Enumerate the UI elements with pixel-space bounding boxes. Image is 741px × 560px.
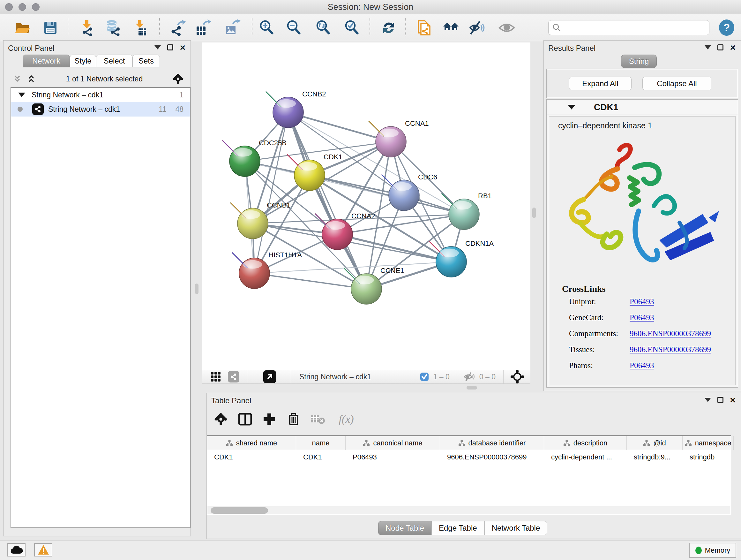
column-header--id[interactable]: @id bbox=[627, 436, 683, 450]
refresh-view-icon[interactable] bbox=[380, 19, 398, 37]
hide-glass-eye-icon[interactable] bbox=[468, 19, 486, 37]
table-cell[interactable]: 9606.ENSP00000378699 bbox=[440, 450, 544, 464]
selected-checkbox-icon[interactable] bbox=[420, 372, 429, 381]
network-canvas[interactable]: CCNB2CCNA1CDC25BCDK1CDC6RB1CCNB1CCNA2CDK… bbox=[202, 43, 530, 370]
network-collection-row[interactable]: String Network – cdk1 1 bbox=[11, 88, 190, 102]
tab-edge-table[interactable]: Edge Table bbox=[431, 521, 484, 535]
column-header-shared-name[interactable]: shared name bbox=[207, 436, 296, 450]
export-table-icon[interactable] bbox=[194, 19, 212, 37]
node-CCNB1[interactable]: CCNB1 bbox=[231, 201, 291, 239]
birds-eye-crosshair-icon[interactable] bbox=[511, 370, 524, 383]
create-column-plus-icon[interactable] bbox=[261, 410, 278, 428]
show-eye-icon[interactable] bbox=[498, 19, 516, 37]
minimize-window-icon[interactable] bbox=[18, 3, 26, 11]
left-splitter-handle[interactable] bbox=[195, 284, 199, 294]
save-session-icon[interactable] bbox=[42, 19, 59, 37]
network-options-gear-icon[interactable] bbox=[173, 73, 184, 84]
collection-expand-icon[interactable] bbox=[18, 92, 25, 97]
table-panel-close-icon[interactable]: × bbox=[730, 397, 736, 403]
table-panel-menu-icon[interactable] bbox=[704, 398, 711, 402]
table-cell[interactable]: P06493 bbox=[346, 450, 440, 464]
expand-all-button[interactable]: Expand All bbox=[569, 77, 631, 90]
table-cell[interactable]: CDK1 bbox=[296, 450, 346, 464]
control-panel-close-icon[interactable]: × bbox=[180, 44, 185, 51]
gene-collapse-icon[interactable] bbox=[568, 105, 576, 110]
zoom-selected-icon[interactable] bbox=[343, 19, 361, 37]
control-panel-float-icon[interactable] bbox=[167, 44, 173, 51]
delete-table-icon[interactable] bbox=[310, 410, 326, 428]
tab-network[interactable]: Network bbox=[23, 55, 70, 67]
warning-button[interactable] bbox=[34, 543, 52, 557]
tab-network-table[interactable]: Network Table bbox=[484, 521, 548, 535]
delete-column-trash-icon[interactable] bbox=[285, 410, 302, 428]
node-CCNE1[interactable]: CCNE1 bbox=[344, 266, 404, 304]
string-home-icon[interactable] bbox=[442, 19, 460, 37]
node-CDC25B[interactable]: CDC25B bbox=[223, 139, 286, 177]
cloud-button[interactable] bbox=[7, 543, 25, 557]
crosslink-value-link[interactable]: 9606.ENSP00000378699 bbox=[630, 329, 711, 338]
edge-CCNB2-CCNE1[interactable] bbox=[288, 112, 366, 289]
column-header-description[interactable]: description bbox=[544, 436, 627, 450]
search-input[interactable] bbox=[564, 23, 709, 32]
node-CCNB2[interactable]: CCNB2 bbox=[266, 90, 326, 128]
crosslink-value-link[interactable]: P06493 bbox=[630, 313, 654, 322]
crosslink-value-link[interactable]: 9606.ENSP00000378699 bbox=[630, 345, 711, 354]
results-panel-close-icon[interactable]: × bbox=[730, 44, 736, 51]
zoom-fit-content-icon[interactable] bbox=[314, 19, 332, 37]
expand-all-chevrons-icon[interactable] bbox=[26, 74, 36, 84]
node-CCNA1[interactable]: CCNA1 bbox=[369, 119, 429, 157]
tab-style[interactable]: Style bbox=[70, 55, 96, 67]
results-panel-menu-icon[interactable] bbox=[704, 45, 711, 50]
results-panel-float-icon[interactable] bbox=[718, 44, 724, 51]
gene-header[interactable]: CDK1 bbox=[547, 100, 738, 115]
tab-sets[interactable]: Sets bbox=[132, 55, 160, 67]
grid-view-icon[interactable] bbox=[211, 372, 221, 382]
column-header-canonical-name[interactable]: canonical name bbox=[346, 436, 440, 450]
table-cell[interactable]: stringdb:9... bbox=[627, 450, 683, 464]
crosslink-value-link[interactable]: P06493 bbox=[630, 361, 654, 370]
node-CDK1[interactable]: CDK1 bbox=[287, 153, 342, 191]
edge-CDK1-RB1[interactable] bbox=[310, 175, 464, 214]
import-table-from-file-icon[interactable] bbox=[131, 19, 149, 37]
close-window-icon[interactable] bbox=[5, 3, 13, 11]
right-splitter-handle[interactable] bbox=[532, 207, 536, 218]
zoom-in-icon[interactable] bbox=[258, 19, 276, 37]
network-share-badge-icon[interactable] bbox=[228, 371, 239, 382]
horizontal-scrollbar-thumb[interactable] bbox=[211, 507, 268, 514]
memory-button[interactable]: Memory bbox=[689, 543, 736, 558]
column-header-database-identifier[interactable]: database identifier bbox=[440, 436, 544, 450]
column-header-namespace[interactable]: namespace bbox=[683, 436, 734, 450]
tab-string[interactable]: String bbox=[621, 55, 657, 68]
column-header-name[interactable]: name bbox=[296, 436, 346, 450]
table-cell[interactable]: CDK1 bbox=[207, 450, 296, 464]
collapse-all-button[interactable]: Collapse All bbox=[643, 77, 711, 90]
control-panel-menu-icon[interactable] bbox=[154, 45, 161, 50]
zoom-out-icon[interactable] bbox=[285, 19, 303, 37]
table-row[interactable]: CDK1CDK1P064939606.ENSP00000378699cyclin… bbox=[207, 450, 731, 464]
table-options-gear-icon[interactable] bbox=[212, 410, 229, 428]
crosslink-value-link[interactable]: P06493 bbox=[630, 297, 654, 306]
export-network-icon[interactable] bbox=[170, 19, 187, 37]
import-network-from-file-icon[interactable] bbox=[78, 19, 96, 37]
open-session-icon[interactable] bbox=[13, 19, 31, 37]
bottom-splitter-handle[interactable] bbox=[467, 386, 477, 389]
network-row[interactable]: String Network – cdk1 11 48 bbox=[11, 102, 190, 117]
help-button[interactable]: ? bbox=[719, 19, 734, 36]
edge-HIST1H1A-CCNE1[interactable] bbox=[254, 273, 366, 289]
table-panel-float-icon[interactable] bbox=[718, 397, 724, 403]
function-builder-icon[interactable]: f(x) bbox=[333, 410, 360, 428]
node-HIST1H1A[interactable]: HIST1H1A bbox=[232, 251, 302, 289]
edge-CCNB2-HIST1H1A[interactable] bbox=[254, 112, 288, 273]
tab-select[interactable]: Select bbox=[96, 55, 132, 67]
edge-CCNB2-CCNA1[interactable] bbox=[288, 112, 391, 142]
detach-view-icon[interactable] bbox=[263, 370, 276, 383]
export-image-icon[interactable] bbox=[223, 19, 241, 37]
tab-node-table[interactable]: Node Table bbox=[378, 521, 431, 535]
collapse-all-chevrons-icon[interactable] bbox=[12, 74, 22, 84]
maximize-window-icon[interactable] bbox=[32, 3, 40, 11]
node-RB1[interactable]: RB1 bbox=[442, 192, 492, 230]
table-cell[interactable]: stringdb bbox=[683, 450, 734, 464]
import-network-from-database-icon[interactable] bbox=[104, 19, 122, 37]
table-cell[interactable]: cyclin-dependent ... bbox=[544, 450, 627, 464]
show-columns-icon[interactable] bbox=[237, 410, 253, 428]
